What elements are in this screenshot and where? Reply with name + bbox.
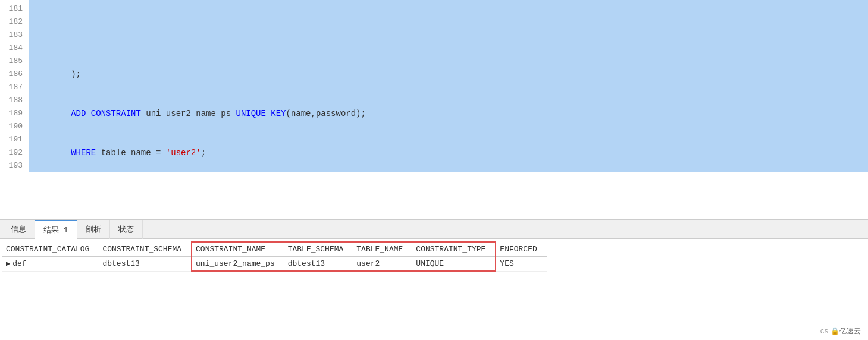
col-header-constraint-type: CONSTRAINT_TYPE [412,242,496,257]
results-table: CONSTRAINT_CATALOG CONSTRAINT_SCHEMA CON… [2,241,547,272]
code-area: 181 # 在 alter table 时添加复合唯一约束 182 □CREAT… [0,0,868,220]
col-header-enforced: ENFORCED [496,242,546,257]
tabs-bar: 信息 结果 1 剖析 状态 [0,220,868,239]
col-header-constraint-name: CONSTRAINT_NAME [192,242,284,257]
code-line-186: 186 ); [0,68,868,81]
line-num-184: 184 [0,42,29,55]
cell-enforced: YES [496,257,546,272]
line-num-188: 188 [0,94,29,107]
line-num-181: 181 [0,2,29,15]
cell-constraint-schema: dbtest13 [99,257,192,272]
table-header-row: CONSTRAINT_CATALOG CONSTRAINT_SCHEMA CON… [2,242,547,257]
code-line-193: 193 [0,159,868,172]
code-line-192: 192 WHERE table_name = 'user2'; [0,146,868,159]
line-num-182: 182 [0,15,29,29]
line-num-190: 190 [0,120,29,133]
line-num-186: 186 [0,68,29,81]
cs-label: CS [820,328,828,335]
tab-profiling[interactable]: 剖析 [77,220,110,239]
cell-constraint-name: uni_user2_name_ps [192,257,284,272]
results-area: CONSTRAINT_CATALOG CONSTRAINT_SCHEMA CON… [0,239,868,340]
branding: CS 🔒亿速云 [820,326,861,336]
line-num-189: 189 [0,107,29,120]
col-header-table-name: TABLE_NAME [353,242,412,257]
line-num-187: 187 [0,81,29,94]
brand-logo: 🔒亿速云 [831,326,861,336]
cell-table-name: user2 [353,257,412,272]
code-lines: 181 # 在 alter table 时添加复合唯一约束 182 □CREAT… [0,0,868,175]
col-header-table-schema: TABLE_SCHEMA [284,242,353,257]
tab-status[interactable]: 状态 [110,220,143,239]
cell-indicator: ▶def [2,257,99,272]
col-header-constraint-schema: CONSTRAINT_SCHEMA [99,242,192,257]
tab-results1[interactable]: 结果 1 [35,220,77,239]
cell-constraint-type: UNIQUE [412,257,496,272]
line-num-185: 185 [0,55,29,68]
tab-info[interactable]: 信息 [2,220,35,239]
code-line-189: 189 ADD CONSTRAINT uni_user2_name_ps UNI… [0,107,868,120]
table-row: ▶def dbtest13 uni_user2_name_ps dbtest13… [2,257,547,272]
col-header-constraint-catalog: CONSTRAINT_CATALOG [2,242,99,257]
line-num-183: 183 [0,29,29,42]
line-num-193: 193 [0,159,29,172]
line-num-191: 191 [0,133,29,146]
line-num-192: 192 [0,146,29,159]
row-indicator: ▶ [6,260,12,268]
cell-table-schema: dbtest13 [284,257,353,272]
